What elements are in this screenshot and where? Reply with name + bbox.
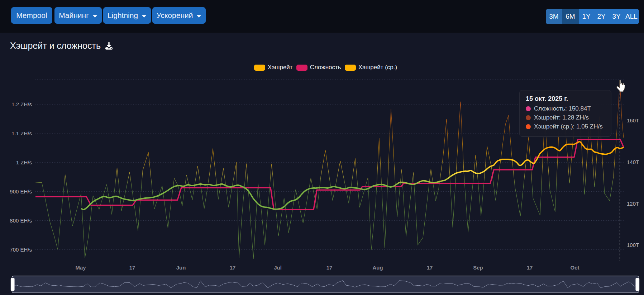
svg-text:17: 17 bbox=[427, 264, 433, 271]
svg-text:700 EH/s: 700 EH/s bbox=[10, 247, 32, 253]
svg-text:17: 17 bbox=[230, 264, 236, 271]
svg-text:May: May bbox=[75, 264, 86, 271]
svg-text:Jul: Jul bbox=[274, 264, 282, 271]
svg-text:Aug: Aug bbox=[372, 264, 383, 271]
svg-text:17: 17 bbox=[527, 264, 533, 271]
svg-text:Jun: Jun bbox=[176, 264, 186, 271]
svg-text:Oct: Oct bbox=[570, 264, 579, 271]
svg-text:140T: 140T bbox=[627, 159, 639, 165]
svg-text:100T: 100T bbox=[627, 242, 639, 248]
svg-text:1.2 ZH/s: 1.2 ZH/s bbox=[11, 101, 32, 107]
svg-text:900 EH/s: 900 EH/s bbox=[10, 188, 32, 195]
svg-text:1.1 ZH/s: 1.1 ZH/s bbox=[11, 130, 32, 136]
svg-text:1 ZH/s: 1 ZH/s bbox=[16, 159, 32, 165]
svg-text:800 EH/s: 800 EH/s bbox=[10, 217, 32, 224]
svg-text:17: 17 bbox=[129, 264, 135, 271]
svg-text:17: 17 bbox=[326, 264, 333, 271]
svg-text:Sep: Sep bbox=[473, 264, 483, 271]
svg-text:120T: 120T bbox=[627, 201, 639, 207]
svg-text:160T: 160T bbox=[627, 117, 639, 123]
